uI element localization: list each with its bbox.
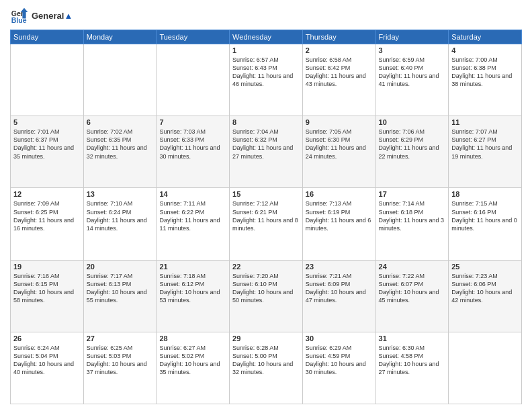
day-content: Sunrise: 6:27 AM Sunset: 5:02 PM Dayligh… [159, 344, 226, 377]
week-row-4: 19Sunrise: 7:16 AM Sunset: 6:15 PM Dayli… [11, 260, 522, 332]
week-row-2: 5Sunrise: 7:01 AM Sunset: 6:37 PM Daylig… [11, 116, 522, 188]
day-number: 20 [87, 263, 154, 271]
day-number: 16 [306, 190, 373, 198]
calendar-cell: 2Sunrise: 6:58 AM Sunset: 6:42 PM Daylig… [302, 44, 375, 116]
week-row-1: 1Sunrise: 6:57 AM Sunset: 6:43 PM Daylig… [11, 44, 522, 116]
calendar-cell: 5Sunrise: 7:01 AM Sunset: 6:37 PM Daylig… [11, 116, 84, 188]
calendar-cell: 20Sunrise: 7:17 AM Sunset: 6:13 PM Dayli… [83, 260, 157, 332]
day-content: Sunrise: 7:03 AM Sunset: 6:33 PM Dayligh… [159, 128, 226, 161]
calendar-cell: 3Sunrise: 6:59 AM Sunset: 6:40 PM Daylig… [375, 44, 449, 116]
day-number: 28 [159, 334, 226, 342]
day-content: Sunrise: 7:10 AM Sunset: 6:24 PM Dayligh… [87, 199, 154, 232]
day-number: 29 [232, 334, 300, 342]
calendar-cell: 6Sunrise: 7:02 AM Sunset: 6:35 PM Daylig… [83, 116, 157, 188]
calendar-cell: 4Sunrise: 7:00 AM Sunset: 6:38 PM Daylig… [449, 44, 522, 116]
day-number: 25 [451, 263, 519, 271]
day-content: Sunrise: 6:58 AM Sunset: 6:42 PM Dayligh… [306, 56, 373, 89]
calendar-cell: 24Sunrise: 7:22 AM Sunset: 6:07 PM Dayli… [375, 260, 449, 332]
day-number: 4 [451, 46, 519, 54]
day-content: Sunrise: 7:16 AM Sunset: 6:15 PM Dayligh… [13, 272, 81, 305]
day-content: Sunrise: 7:14 AM Sunset: 6:18 PM Dayligh… [379, 199, 446, 232]
day-number: 17 [379, 190, 446, 198]
day-number: 10 [379, 118, 446, 126]
day-content: Sunrise: 6:59 AM Sunset: 6:40 PM Dayligh… [379, 56, 446, 89]
day-content: Sunrise: 7:02 AM Sunset: 6:35 PM Dayligh… [87, 128, 154, 161]
day-content: Sunrise: 7:18 AM Sunset: 6:12 PM Dayligh… [159, 272, 226, 305]
day-content: Sunrise: 7:09 AM Sunset: 6:25 PM Dayligh… [13, 199, 81, 232]
day-number: 26 [13, 334, 81, 342]
day-header-wednesday: Wednesday [230, 30, 303, 44]
day-number: 3 [379, 46, 446, 54]
calendar-cell: 25Sunrise: 7:23 AM Sunset: 6:06 PM Dayli… [449, 260, 522, 332]
logo-blue: ▲ [64, 11, 73, 21]
day-number: 22 [232, 263, 300, 271]
day-content: Sunrise: 7:22 AM Sunset: 6:07 PM Dayligh… [379, 272, 446, 305]
calendar-cell: 9Sunrise: 7:05 AM Sunset: 6:30 PM Daylig… [302, 116, 375, 188]
day-header-thursday: Thursday [302, 30, 375, 44]
logo-line1: General▲ [32, 11, 73, 21]
day-number: 7 [159, 118, 226, 126]
calendar-cell: 21Sunrise: 7:18 AM Sunset: 6:12 PM Dayli… [157, 260, 230, 332]
day-content: Sunrise: 7:01 AM Sunset: 6:37 PM Dayligh… [13, 128, 81, 161]
calendar-header-row: SundayMondayTuesdayWednesdayThursdayFrid… [11, 30, 522, 44]
day-number: 6 [87, 118, 154, 126]
calendar-cell: 16Sunrise: 7:13 AM Sunset: 6:19 PM Dayli… [302, 188, 375, 260]
calendar-cell: 17Sunrise: 7:14 AM Sunset: 6:18 PM Dayli… [375, 188, 449, 260]
calendar-cell: 30Sunrise: 6:29 AM Sunset: 4:59 PM Dayli… [302, 332, 375, 404]
calendar-cell: 1Sunrise: 6:57 AM Sunset: 6:43 PM Daylig… [230, 44, 303, 116]
week-row-5: 26Sunrise: 6:24 AM Sunset: 5:04 PM Dayli… [11, 332, 522, 404]
day-content: Sunrise: 7:15 AM Sunset: 6:16 PM Dayligh… [451, 199, 519, 232]
week-row-3: 12Sunrise: 7:09 AM Sunset: 6:25 PM Dayli… [11, 188, 522, 260]
day-content: Sunrise: 6:28 AM Sunset: 5:00 PM Dayligh… [232, 344, 300, 377]
day-number: 18 [451, 190, 519, 198]
day-content: Sunrise: 7:00 AM Sunset: 6:38 PM Dayligh… [451, 56, 519, 89]
calendar-cell: 27Sunrise: 6:25 AM Sunset: 5:03 PM Dayli… [83, 332, 157, 404]
day-number: 24 [379, 263, 446, 271]
day-number: 11 [451, 118, 519, 126]
day-content: Sunrise: 7:20 AM Sunset: 6:10 PM Dayligh… [232, 272, 300, 305]
calendar-cell: 15Sunrise: 7:12 AM Sunset: 6:21 PM Dayli… [230, 188, 303, 260]
calendar-cell: 26Sunrise: 6:24 AM Sunset: 5:04 PM Dayli… [11, 332, 84, 404]
day-content: Sunrise: 7:13 AM Sunset: 6:19 PM Dayligh… [306, 199, 373, 232]
day-number: 1 [232, 46, 300, 54]
day-content: Sunrise: 7:21 AM Sunset: 6:09 PM Dayligh… [306, 272, 373, 305]
day-header-tuesday: Tuesday [157, 30, 230, 44]
calendar-cell: 10Sunrise: 7:06 AM Sunset: 6:29 PM Dayli… [375, 116, 449, 188]
day-content: Sunrise: 7:11 AM Sunset: 6:22 PM Dayligh… [159, 199, 226, 232]
calendar-cell: 28Sunrise: 6:27 AM Sunset: 5:02 PM Dayli… [157, 332, 230, 404]
day-number: 21 [159, 263, 226, 271]
day-number: 31 [379, 334, 446, 342]
day-number: 14 [159, 190, 226, 198]
day-content: Sunrise: 7:04 AM Sunset: 6:32 PM Dayligh… [232, 128, 300, 161]
day-number: 13 [87, 190, 154, 198]
day-number: 5 [13, 118, 81, 126]
header: Gen Blue General▲ [10, 7, 522, 26]
day-content: Sunrise: 6:24 AM Sunset: 5:04 PM Dayligh… [13, 344, 81, 377]
calendar-cell: 19Sunrise: 7:16 AM Sunset: 6:15 PM Dayli… [11, 260, 84, 332]
day-content: Sunrise: 7:12 AM Sunset: 6:21 PM Dayligh… [232, 199, 300, 232]
calendar-cell: 31Sunrise: 6:30 AM Sunset: 4:58 PM Dayli… [375, 332, 449, 404]
calendar-cell: 13Sunrise: 7:10 AM Sunset: 6:24 PM Dayli… [83, 188, 157, 260]
day-content: Sunrise: 6:30 AM Sunset: 4:58 PM Dayligh… [379, 344, 446, 377]
day-content: Sunrise: 6:29 AM Sunset: 4:59 PM Dayligh… [306, 344, 373, 377]
calendar-cell: 22Sunrise: 7:20 AM Sunset: 6:10 PM Dayli… [230, 260, 303, 332]
calendar-cell: 23Sunrise: 7:21 AM Sunset: 6:09 PM Dayli… [302, 260, 375, 332]
day-content: Sunrise: 7:07 AM Sunset: 6:27 PM Dayligh… [451, 128, 519, 161]
calendar-cell: 29Sunrise: 6:28 AM Sunset: 5:00 PM Dayli… [230, 332, 303, 404]
calendar-cell [157, 44, 230, 116]
calendar-cell [83, 44, 157, 116]
calendar-table: SundayMondayTuesdayWednesdayThursdayFrid… [10, 30, 522, 404]
day-header-monday: Monday [83, 30, 157, 44]
day-number: 30 [306, 334, 373, 342]
day-content: Sunrise: 7:17 AM Sunset: 6:13 PM Dayligh… [87, 272, 154, 305]
day-number: 12 [13, 190, 81, 198]
calendar-cell: 14Sunrise: 7:11 AM Sunset: 6:22 PM Dayli… [157, 188, 230, 260]
day-header-friday: Friday [375, 30, 449, 44]
logo-icon: Gen Blue [10, 7, 29, 26]
day-number: 9 [306, 118, 373, 126]
day-header-sunday: Sunday [11, 30, 84, 44]
page: Gen Blue General▲ SundayMondayTuesdayWed… [0, 0, 532, 411]
logo-text: General▲ [32, 11, 73, 21]
calendar-cell [449, 332, 522, 404]
logo: Gen Blue General▲ [10, 7, 73, 26]
